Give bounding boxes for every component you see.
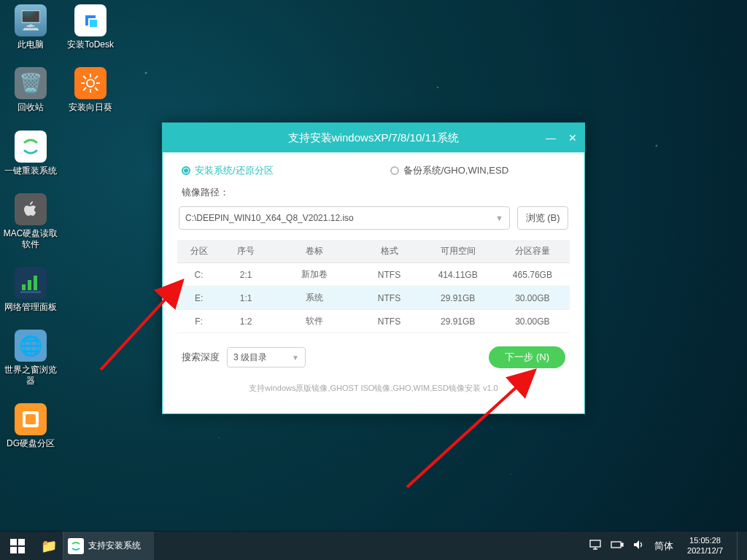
tray-action-center-icon[interactable] bbox=[589, 540, 601, 552]
desktop-icon-world-browser[interactable]: 🌐 世界之窗浏览器 bbox=[3, 330, 58, 386]
window-title: 支持安装windowsXP/7/8/10/11系统 bbox=[288, 131, 459, 145]
table-cell: NTFS bbox=[357, 287, 420, 310]
search-depth-select[interactable]: 3 级目录 ▼ bbox=[227, 347, 306, 368]
clock-date: 2021/12/7 bbox=[687, 546, 723, 556]
folder-icon: 📁 bbox=[41, 538, 57, 554]
tray-ime[interactable]: 简体 bbox=[654, 540, 673, 553]
close-button[interactable]: ✕ bbox=[565, 132, 580, 144]
installer-app-icon bbox=[68, 538, 84, 554]
desktop-icon-network-panel[interactable]: 网络管理面板 bbox=[3, 267, 58, 312]
swap-icon bbox=[15, 131, 47, 163]
table-cell: 30.00GB bbox=[495, 310, 570, 333]
desktop-label: DG硬盘分区 bbox=[7, 438, 55, 448]
show-desktop-button[interactable] bbox=[737, 532, 741, 561]
desktop-label: 一键重装系统 bbox=[4, 166, 57, 176]
table-cell: 465.76GB bbox=[495, 263, 570, 287]
desktop-icon-dg-partition[interactable]: DG硬盘分区 bbox=[3, 403, 58, 448]
taskbar-explorer[interactable]: 📁 bbox=[35, 532, 63, 561]
minimize-button[interactable]: — bbox=[543, 132, 558, 144]
svg-rect-18 bbox=[590, 540, 600, 547]
next-button[interactable]: 下一步 (N) bbox=[489, 346, 565, 368]
windows-icon bbox=[10, 539, 25, 553]
svg-rect-3 bbox=[20, 291, 41, 293]
desktop-icon-this-pc[interactable]: 🖥️ 此电脑 bbox=[3, 4, 58, 50]
svg-line-12 bbox=[83, 76, 86, 79]
window-titlebar[interactable]: 支持安装windowsXP/7/8/10/11系统 — ✕ bbox=[163, 123, 584, 152]
table-row[interactable]: C:2:1新加卷NTFS414.11GB465.76GB bbox=[177, 263, 570, 287]
svg-rect-6 bbox=[90, 20, 97, 27]
svg-rect-2 bbox=[34, 276, 37, 290]
tray-clock[interactable]: 15:05:28 2021/12/7 bbox=[683, 536, 727, 555]
desktop-label: 网络管理面板 bbox=[4, 302, 57, 312]
tray-battery-icon[interactable] bbox=[611, 540, 624, 551]
installer-window: 支持安装windowsXP/7/8/10/11系统 — ✕ 安装系统/还原分区 … bbox=[162, 122, 585, 414]
desktop-label: 世界之窗浏览器 bbox=[3, 365, 58, 386]
browse-label: 浏览 (B) bbox=[526, 211, 560, 225]
taskbar: 📁 支持安装系统 简体 15:05:28 2021/12/7 bbox=[0, 531, 747, 560]
clock-time: 15:05:28 bbox=[687, 536, 723, 545]
th-index: 序号 bbox=[220, 240, 271, 263]
desktop-icon-one-click-reinstall[interactable]: 一键重装系统 bbox=[3, 131, 58, 176]
globe-icon: 🌐 bbox=[15, 330, 47, 362]
th-label: 卷标 bbox=[271, 240, 357, 263]
table-cell: 系统 bbox=[271, 287, 357, 310]
table-cell: 软件 bbox=[271, 310, 357, 333]
table-cell: E: bbox=[177, 287, 220, 310]
desktop-icon-install-sunflower[interactable]: 安装向日葵 bbox=[63, 67, 118, 112]
desktop-icon-recycle-bin[interactable]: 🗑️ 回收站 bbox=[3, 67, 58, 112]
radio-label: 备份系统/GHO,WIN,ESD bbox=[403, 164, 508, 177]
table-cell: 29.91GB bbox=[421, 310, 495, 333]
support-footer-text: 支持windows原版镜像,GHOST ISO镜像,GHO,WIM,ESD镜像安… bbox=[177, 383, 570, 394]
desktop-icon-mac-disk-reader[interactable]: MAC硬盘读取软件 bbox=[3, 193, 58, 249]
disk-icon bbox=[15, 403, 47, 435]
table-cell: 1:1 bbox=[220, 287, 271, 310]
todesk-icon bbox=[74, 4, 107, 36]
table-cell: 2:1 bbox=[220, 263, 271, 287]
th-total: 分区容量 bbox=[495, 240, 570, 263]
svg-rect-5 bbox=[26, 414, 36, 424]
table-cell: 414.11GB bbox=[421, 263, 495, 287]
desktop-label: 安装向日葵 bbox=[69, 102, 112, 112]
monitor-icon: 🖥️ bbox=[15, 4, 47, 36]
table-cell: F: bbox=[177, 310, 220, 333]
trash-icon: 🗑️ bbox=[15, 67, 47, 99]
desktop-label: 回收站 bbox=[18, 102, 44, 112]
browse-button[interactable]: 浏览 (B) bbox=[517, 206, 568, 230]
chevron-down-icon: ▼ bbox=[292, 354, 299, 362]
chevron-down-icon: ▼ bbox=[495, 214, 503, 222]
th-format: 格式 bbox=[357, 240, 420, 263]
table-cell: NTFS bbox=[357, 310, 420, 333]
apple-icon bbox=[15, 193, 47, 225]
svg-rect-19 bbox=[611, 542, 621, 548]
svg-point-7 bbox=[87, 79, 94, 87]
table-cell: 29.91GB bbox=[421, 287, 495, 310]
taskbar-app-label: 支持安装系统 bbox=[88, 540, 141, 552]
depth-value: 3 级目录 bbox=[233, 351, 267, 364]
svg-rect-0 bbox=[22, 284, 26, 290]
start-button[interactable] bbox=[0, 532, 35, 561]
sunflower-icon bbox=[74, 67, 107, 99]
desktop-label: 此电脑 bbox=[18, 39, 44, 50]
next-label: 下一步 (N) bbox=[505, 351, 549, 364]
svg-line-13 bbox=[95, 88, 98, 90]
partition-table: 分区 序号 卷标 格式 可用空间 分区容量 C:2:1新加卷NTFS414.11… bbox=[177, 240, 570, 333]
search-depth-label: 搜索深度 bbox=[182, 351, 220, 364]
desktop-label: 安装ToDesk bbox=[67, 39, 114, 50]
desktop-label: MAC硬盘读取软件 bbox=[3, 228, 58, 249]
radio-install-mode[interactable]: 安装系统/还原分区 bbox=[182, 164, 274, 177]
desktop-icon-install-todesk[interactable]: 安装ToDesk bbox=[63, 4, 118, 50]
taskbar-app-installer[interactable]: 支持安装系统 bbox=[63, 532, 154, 561]
svg-line-15 bbox=[95, 76, 98, 79]
radio-backup-mode[interactable]: 备份系统/GHO,WIN,ESD bbox=[390, 164, 508, 177]
bars-icon bbox=[15, 267, 47, 299]
radio-label: 安装系统/还原分区 bbox=[195, 164, 274, 177]
svg-rect-1 bbox=[28, 280, 31, 290]
table-row[interactable]: F:1:2软件NTFS29.91GB30.00GB bbox=[177, 310, 570, 333]
image-path-label: 镜像路径： bbox=[182, 186, 565, 199]
th-free: 可用空间 bbox=[421, 240, 495, 263]
image-path-dropdown[interactable]: C:\DEEPIN_WIN10_X64_Q8_V2021.12.iso ▼ bbox=[179, 206, 510, 230]
tray-volume-icon[interactable] bbox=[633, 540, 645, 552]
table-cell: 1:2 bbox=[220, 310, 271, 333]
svg-line-14 bbox=[83, 88, 86, 90]
table-row[interactable]: E:1:1系统NTFS29.91GB30.00GB bbox=[177, 287, 570, 310]
